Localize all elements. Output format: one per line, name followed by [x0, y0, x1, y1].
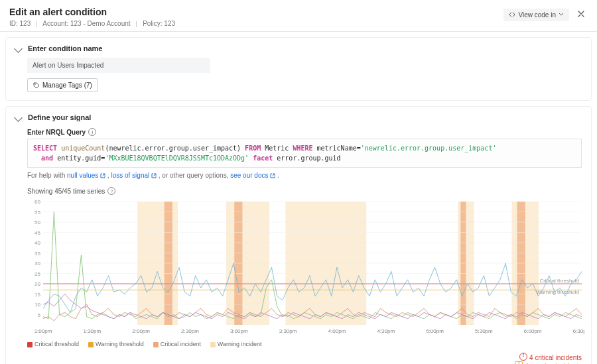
warning-incidents-count: 4 warning incidents: [27, 361, 582, 364]
separator: [136, 21, 137, 27]
critical-threshold-label: Critical threshold: [539, 278, 579, 284]
see-docs-link[interactable]: see our docs: [230, 172, 275, 179]
svg-text:4:30pm: 4:30pm: [377, 328, 395, 334]
chevron-down-icon: [559, 12, 564, 17]
view-code-dropdown[interactable]: View code in: [503, 9, 569, 21]
svg-text:25: 25: [34, 271, 40, 277]
svg-text:3:30pm: 3:30pm: [279, 328, 297, 334]
breadcrumb-id: ID: 123: [9, 20, 31, 27]
external-link-icon: [270, 173, 275, 178]
breadcrumb-policy: Policy: 123: [143, 20, 175, 27]
warning-threshold-label: Warning threshold: [536, 289, 579, 295]
svg-text:15: 15: [34, 292, 40, 298]
help-text: For help with null values , loss of sign…: [27, 172, 582, 179]
svg-text:2:00pm: 2:00pm: [132, 328, 150, 334]
breadcrumb: ID: 123 Account: 123 - Demo Account Poli…: [9, 20, 175, 27]
null-values-link[interactable]: null values: [67, 172, 105, 179]
chart-svg: 510152025303540455055601:00pm1:30pm2:00p…: [27, 198, 584, 337]
svg-text:35: 35: [34, 251, 40, 257]
svg-text:30: 30: [34, 261, 40, 267]
view-code-label: View code in: [518, 11, 556, 19]
section-title: Enter condition name: [28, 44, 102, 52]
manage-tags-button[interactable]: Manage Tags (7): [27, 78, 98, 92]
series-count-text: Showing 45/45 time series: [27, 188, 105, 195]
separator: [36, 21, 37, 27]
info-icon[interactable]: ?: [107, 187, 115, 195]
chart-legend: Critical threshold Warning threshold Cri…: [27, 341, 582, 347]
collapse-toggle[interactable]: [14, 44, 23, 53]
svg-text:6:00pm: 6:00pm: [524, 328, 542, 334]
alert-icon: [519, 353, 527, 361]
section-condition-name: Enter condition name Manage Tags (7): [5, 37, 592, 101]
info-icon[interactable]: i: [88, 128, 96, 136]
svg-text:40: 40: [34, 240, 40, 246]
svg-text:5:30pm: 5:30pm: [475, 328, 493, 334]
svg-text:60: 60: [34, 199, 40, 205]
close-icon: [577, 10, 585, 18]
section-define-signal: Define your signal Enter NRQL Query i SE…: [5, 106, 592, 364]
svg-text:20: 20: [34, 281, 40, 287]
svg-text:2:30pm: 2:30pm: [181, 328, 199, 334]
svg-text:45: 45: [34, 230, 40, 236]
section-title: Define your signal: [28, 113, 91, 121]
svg-text:3:00pm: 3:00pm: [230, 328, 248, 334]
svg-point-0: [34, 84, 36, 85]
svg-text:6:30pm: 6:30pm: [573, 328, 584, 334]
legend-critical-incident: Critical incident: [153, 341, 201, 347]
collapse-toggle[interactable]: [14, 113, 23, 122]
svg-text:50: 50: [34, 219, 40, 225]
svg-text:55: 55: [34, 210, 40, 215]
nrql-query-box[interactable]: SELECT uniqueCount(newrelic.error.group.…: [27, 139, 582, 168]
condition-name-input[interactable]: [27, 58, 210, 73]
page-title: Edit an alert condition: [9, 7, 175, 17]
header: Edit an alert condition ID: 123 Account:…: [0, 0, 597, 32]
svg-text:4:00pm: 4:00pm: [328, 328, 346, 334]
svg-text:1:30pm: 1:30pm: [83, 328, 101, 334]
tag-icon: [33, 82, 40, 89]
code-icon: [509, 11, 515, 18]
query-label: Enter NRQL Query: [27, 129, 86, 136]
alert-icon: [515, 361, 523, 364]
external-link-icon: [100, 173, 105, 178]
incident-summary: 4 critical incidents 4 warning incidents: [27, 353, 582, 364]
legend-warning-incident: Warning incident: [210, 341, 262, 347]
legend-warning-threshold: Warning threshold: [88, 341, 144, 347]
svg-text:1:00pm: 1:00pm: [34, 328, 52, 334]
external-link-icon: [151, 173, 157, 178]
legend-critical-threshold: Critical threshold: [27, 341, 79, 347]
svg-text:5: 5: [38, 312, 41, 318]
svg-text:5:00pm: 5:00pm: [426, 328, 444, 334]
manage-tags-label: Manage Tags (7): [42, 82, 92, 89]
loss-of-signal-link[interactable]: loss of signal: [111, 172, 157, 179]
critical-incidents-count: 4 critical incidents: [27, 353, 582, 361]
close-button[interactable]: [574, 7, 588, 23]
svg-text:10: 10: [34, 302, 40, 308]
breadcrumb-account: Account: 123 - Demo Account: [42, 20, 130, 27]
signal-chart: 510152025303540455055601:00pm1:30pm2:00p…: [27, 198, 582, 337]
